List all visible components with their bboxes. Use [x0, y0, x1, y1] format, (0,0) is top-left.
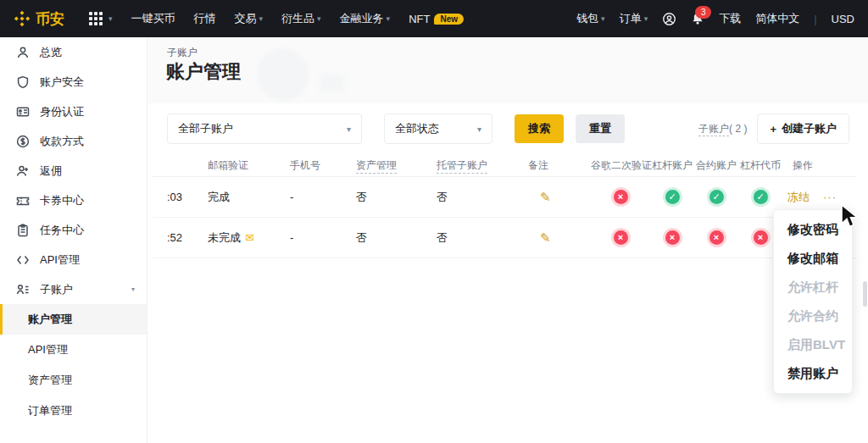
col-note: 备注: [521, 158, 591, 173]
binance-logo[interactable]: 币安: [14, 9, 64, 29]
col-margin-account: 杠杆账户: [650, 158, 694, 173]
users-icon: [16, 283, 30, 296]
sidebar-item-security[interactable]: 账户安全: [0, 67, 147, 97]
main-content: 子账户 账户管理 全部子账户 ▾ 全部状态 ▾ 搜索 重置 子账户( 2 ) +…: [147, 37, 868, 443]
col-managed-sub-account[interactable]: 托管子账户: [430, 158, 521, 173]
chevron-down-icon: ▾: [387, 14, 391, 23]
nav-item-trade[interactable]: 交易▾: [235, 11, 264, 26]
nav-item-finance[interactable]: 金融业务▾: [340, 11, 391, 26]
menu-item-disable-account[interactable]: 禁用账户: [774, 359, 852, 388]
new-badge: New: [434, 14, 464, 25]
note-cell: ✎: [521, 190, 591, 205]
sidebar-item-payment[interactable]: 收款方式: [0, 126, 147, 156]
edit-note-icon[interactable]: ✎: [521, 190, 551, 205]
table-row: :03 完成 - 否 否 ✎ × ✓ ✓ ✓ 冻结 ···: [153, 176, 856, 217]
sidebar-item-coupon-center[interactable]: 卡券中心: [0, 186, 147, 215]
user-plus-icon: [16, 164, 30, 178]
edit-note-icon[interactable]: ✎: [521, 230, 551, 246]
language-selector[interactable]: 简体中文: [755, 11, 799, 26]
sidebar-item-identification[interactable]: 身份认证: [0, 97, 147, 126]
navbar-right: 钱包▾ 订单▾ 3 下载 简体中文 | USD: [576, 11, 854, 26]
enabled-icon: ✓: [754, 190, 768, 204]
ticket-icon: [16, 194, 30, 208]
sidebar-subitem-account-management[interactable]: 账户管理: [0, 304, 147, 335]
futures-status: ✓: [694, 190, 738, 204]
chevron-down-icon: ▾: [601, 14, 605, 23]
filter-bar-right: 子账户( 2 ) + 创建子账户: [698, 114, 849, 144]
email-status-cell: 未完成✉: [201, 230, 283, 246]
account-cell: :03: [153, 191, 201, 203]
clipboard-icon: [16, 224, 30, 237]
watermark-square: [320, 74, 345, 92]
disabled-icon: ×: [754, 230, 768, 245]
sidebar-subitem-api-management[interactable]: API管理: [0, 335, 147, 365]
disabled-icon: ×: [614, 190, 628, 204]
col-email-verification: 邮箱验证: [201, 158, 283, 173]
sidebar-item-overview[interactable]: 总览: [0, 37, 147, 67]
sidebar-item-sub-accounts[interactable]: 子账户 ▾: [0, 274, 147, 304]
enabled-icon: ✓: [709, 190, 724, 204]
chevron-down-icon: ▾: [347, 125, 351, 134]
chevron-down-icon: ▾: [477, 125, 481, 134]
apps-menu-button[interactable]: ▾: [89, 12, 113, 25]
sidebar-item-task-center[interactable]: 任务中心: [0, 215, 147, 245]
sidebar-subitem-asset-management[interactable]: 资产管理: [0, 365, 147, 396]
asset-mgmt-cell: 否: [349, 190, 430, 205]
user-icon: [16, 46, 30, 59]
futures-status: ×: [694, 230, 738, 245]
nav-item-buy-crypto[interactable]: 一键买币: [131, 11, 175, 26]
chevron-down-icon: ▾: [259, 14, 264, 23]
id-card-icon: [16, 105, 30, 119]
sub-account-table: 邮箱验证 手机号 资产管理 托管子账户 备注 谷歌二次验证 杠杆账户 合约账户 …: [153, 154, 856, 258]
col-actions: 操作: [782, 158, 856, 173]
sub-account-select[interactable]: 全部子账户 ▾: [167, 114, 362, 144]
menu-item-change-password[interactable]: 修改密码: [774, 215, 852, 244]
nav-item-nft[interactable]: NFTNew: [409, 13, 464, 25]
table-row: :52 未完成✉ - 否 否 ✎ × × × ×: [153, 217, 856, 258]
dollar-icon: [16, 135, 30, 148]
reset-button[interactable]: 重置: [576, 114, 625, 143]
nav-item-markets[interactable]: 行情: [194, 11, 216, 26]
logo-text: 币安: [36, 9, 64, 29]
col-asset-management[interactable]: 资产管理: [349, 158, 430, 173]
nav-item-download[interactable]: 下载: [719, 11, 741, 26]
sidebar-item-api-management[interactable]: API管理: [0, 245, 147, 274]
user-profile-icon: [662, 12, 676, 26]
disabled-icon: ×: [665, 230, 680, 245]
binance-logo-icon: [14, 10, 31, 27]
disabled-icon: ×: [709, 230, 724, 245]
search-button[interactable]: 搜索: [515, 114, 564, 143]
sub-account-count: 子账户( 2 ): [698, 122, 747, 136]
resend-email-icon[interactable]: ✉: [245, 231, 254, 244]
actions-context-menu: 修改密码 修改邮箱 允许杠杆 允许合约 启用BLVT 禁用账户: [773, 209, 853, 394]
currency-selector[interactable]: USD: [832, 13, 854, 25]
col-futures-account: 合约账户: [694, 158, 738, 173]
create-sub-account-button[interactable]: + 创建子账户: [757, 114, 849, 144]
chevron-down-icon: ▾: [108, 14, 113, 23]
filter-bar: 全部子账户 ▾ 全部状态 ▾ 搜索 重置 子账户( 2 ) + 创建子账户: [167, 113, 849, 145]
blvt-status: ✓: [738, 190, 782, 204]
account-cell: :52: [153, 231, 201, 244]
plus-icon: +: [770, 123, 776, 136]
freeze-link[interactable]: 冻结: [787, 190, 810, 205]
menu-item-enable-margin: 允许杠杆: [774, 273, 852, 302]
table-header-row: 邮箱验证 手机号 资产管理 托管子账户 备注 谷歌二次验证 杠杆账户 合约账户 …: [153, 154, 856, 176]
sidebar-item-referral[interactable]: 返佣: [0, 156, 147, 186]
nav-item-orders[interactable]: 订单▾: [620, 11, 648, 26]
nav-item-derivatives[interactable]: 衍生品▾: [281, 11, 321, 26]
nav-item-wallet[interactable]: 钱包▾: [576, 11, 605, 26]
phone-cell: -: [283, 231, 349, 244]
email-status-cell: 完成: [201, 190, 283, 205]
notifications-button[interactable]: 3: [691, 12, 704, 25]
col-phone: 手机号: [283, 158, 349, 173]
scrollbar-thumb[interactable]: [863, 281, 867, 307]
account-management-page: 币安 ▾ 一键买币 行情 交易▾ 衍生品▾ 金融业务▾ NFTNew 钱包▾ 订…: [0, 0, 868, 443]
status-select[interactable]: 全部状态 ▾: [384, 114, 492, 144]
menu-item-enable-futures: 允许合约: [774, 302, 852, 330]
menu-item-change-email[interactable]: 修改邮箱: [774, 244, 852, 273]
sidebar-subitem-order-management[interactable]: 订单管理: [0, 396, 147, 426]
profile-button[interactable]: [662, 12, 676, 26]
google-2fa-status: ×: [591, 190, 650, 204]
chevron-icon: ▾: [131, 285, 135, 293]
more-actions-button[interactable]: ···: [823, 191, 837, 203]
